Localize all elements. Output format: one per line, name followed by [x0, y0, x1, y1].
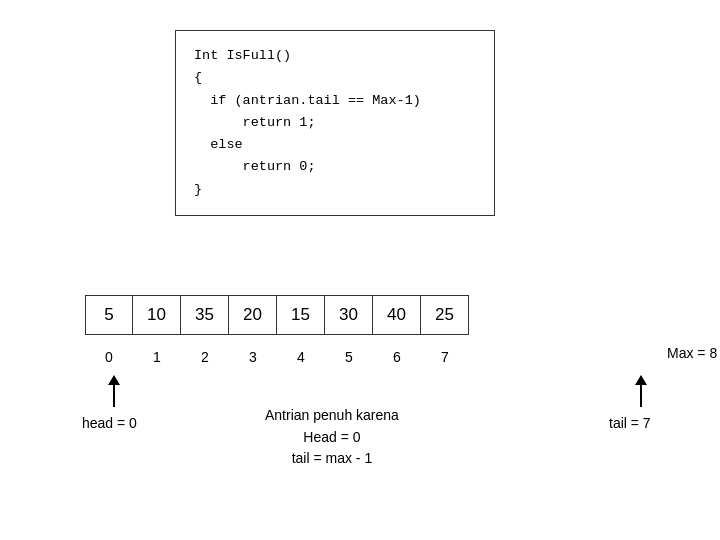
head-arrow [108, 375, 120, 407]
array-cell-7: 25 [421, 295, 469, 335]
array-container: 5 10 35 20 15 30 40 25 [85, 295, 469, 335]
array-cell-4: 15 [277, 295, 325, 335]
index-2: 2 [181, 345, 229, 369]
code-box: Int IsFull() { if (antrian.tail == Max-1… [175, 30, 495, 216]
tail-arrow-tip [635, 375, 647, 385]
tail-label: tail = 7 [609, 415, 651, 431]
array-cell-5: 30 [325, 295, 373, 335]
index-3: 3 [229, 345, 277, 369]
head-label: head = 0 [82, 415, 137, 431]
index-1: 1 [133, 345, 181, 369]
array-cell-6: 40 [373, 295, 421, 335]
array-cell-0: 5 [85, 295, 133, 335]
middle-text: Antrian penuh karena Head = 0 tail = max… [265, 405, 399, 470]
middle-text-line1: Antrian penuh karena [265, 405, 399, 427]
tail-arrow [635, 375, 647, 407]
index-container: 0 1 2 3 4 5 6 7 [85, 345, 469, 369]
index-7: 7 [421, 345, 469, 369]
tail-arrow-shaft [640, 385, 642, 407]
code-content: Int IsFull() { if (antrian.tail == Max-1… [194, 45, 476, 201]
head-arrow-tip [108, 375, 120, 385]
index-4: 4 [277, 345, 325, 369]
middle-text-line3: tail = max - 1 [265, 448, 399, 470]
head-arrow-shaft [113, 385, 115, 407]
max-label: Max = 8 [667, 345, 717, 361]
array-cell-3: 20 [229, 295, 277, 335]
middle-text-line2: Head = 0 [265, 427, 399, 449]
array-cell-2: 35 [181, 295, 229, 335]
index-6: 6 [373, 345, 421, 369]
index-5: 5 [325, 345, 373, 369]
index-0: 0 [85, 345, 133, 369]
array-cell-1: 10 [133, 295, 181, 335]
